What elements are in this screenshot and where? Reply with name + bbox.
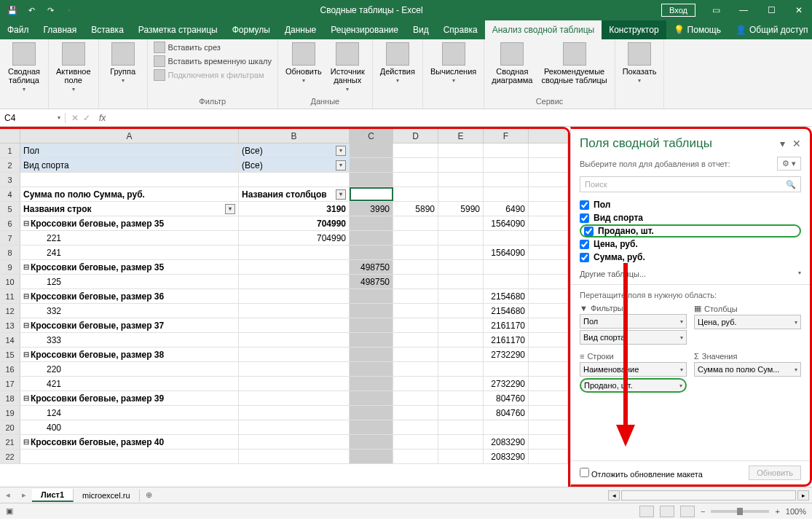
calculations-button[interactable]: Вычисления▾ — [427, 41, 479, 85]
row-header[interactable]: 1 — [0, 144, 20, 157]
filter-dropdown-icon[interactable]: ▾ — [225, 204, 235, 214]
cell[interactable] — [484, 173, 529, 187]
collapse-icon[interactable]: ⊟ — [23, 219, 29, 227]
cell[interactable] — [484, 260, 529, 274]
cell[interactable] — [438, 420, 484, 434]
field-item[interactable]: Сумма, руб. — [580, 251, 801, 264]
normal-view-icon[interactable] — [639, 506, 654, 517]
cell[interactable] — [438, 348, 484, 361]
field-checkbox[interactable] — [580, 253, 589, 262]
cell[interactable] — [438, 187, 484, 201]
select-all-corner[interactable] — [0, 129, 20, 143]
sheet-nav-prev-icon[interactable]: ◂ — [0, 490, 16, 500]
sheet-nav-next-icon[interactable]: ▸ — [16, 490, 32, 500]
cell[interactable] — [438, 362, 484, 376]
cell[interactable] — [484, 144, 529, 157]
tab-help[interactable]: Справка — [436, 20, 485, 39]
other-tables-link[interactable]: Другие таблицы...▾ — [571, 267, 810, 281]
cell[interactable] — [239, 275, 350, 288]
cell[interactable]: Вид спорта — [20, 158, 239, 172]
field-item[interactable]: Пол — [580, 198, 801, 211]
collapse-icon[interactable]: ⊟ — [23, 263, 29, 271]
cell[interactable]: 2732290 — [484, 348, 529, 361]
cell[interactable] — [239, 391, 350, 405]
cell[interactable]: 3190 — [239, 202, 350, 216]
cell[interactable] — [438, 333, 484, 347]
cell[interactable] — [350, 435, 393, 449]
cell[interactable] — [350, 304, 393, 318]
cell[interactable] — [438, 246, 484, 259]
cell[interactable]: Сумма по полю Сумма, руб. — [20, 187, 239, 201]
cell[interactable] — [529, 231, 568, 245]
col-header-A[interactable]: A — [20, 129, 239, 143]
cell[interactable] — [239, 304, 350, 318]
cell[interactable] — [350, 231, 393, 245]
row-header[interactable]: 3 — [0, 173, 20, 187]
cell[interactable] — [438, 260, 484, 274]
cell[interactable] — [239, 450, 350, 463]
cell[interactable] — [438, 275, 484, 288]
cell[interactable]: 2083290 — [484, 435, 529, 449]
cell[interactable] — [239, 435, 350, 449]
cell[interactable] — [350, 333, 393, 347]
cell[interactable]: 2154680 — [484, 289, 529, 303]
cell[interactable] — [529, 420, 568, 434]
row-header[interactable]: 7 — [0, 231, 20, 245]
cell[interactable] — [529, 362, 568, 376]
cell[interactable]: 6490 — [484, 202, 529, 216]
collapse-icon[interactable]: ⊟ — [23, 292, 29, 300]
cell[interactable] — [529, 275, 568, 288]
cell[interactable]: (Все)▾ — [239, 144, 350, 157]
filter-dropdown-icon[interactable]: ▾ — [336, 160, 346, 170]
row-header[interactable]: 19 — [0, 406, 20, 420]
tab-view[interactable]: Вид — [406, 20, 436, 39]
ribbon-options-icon[interactable]: ▭ — [703, 0, 729, 20]
cell[interactable]: (Все)▾ — [239, 158, 350, 172]
field-checkbox[interactable] — [584, 227, 594, 236]
cell[interactable]: 1564090 — [484, 246, 529, 259]
cell[interactable] — [239, 420, 350, 434]
cell[interactable]: ⊟Кроссовки беговые, размер 38 — [20, 348, 239, 361]
row-header[interactable]: 8 — [0, 246, 20, 259]
sheet-tab-active[interactable]: Лист1 — [32, 489, 74, 502]
cell[interactable] — [393, 173, 438, 187]
cell[interactable] — [393, 231, 438, 245]
field-checkbox[interactable] — [580, 240, 589, 249]
area-values[interactable]: ΣЗначения Сумма по полю Сум...▾ — [694, 350, 801, 394]
cell[interactable] — [393, 246, 438, 259]
row-header[interactable]: 6 — [0, 216, 20, 230]
row-header[interactable]: 20 — [0, 420, 20, 434]
cell[interactable] — [529, 450, 568, 463]
cell[interactable] — [350, 318, 393, 332]
cell[interactable] — [350, 362, 393, 376]
row-header[interactable]: 13 — [0, 318, 20, 332]
cell[interactable] — [350, 377, 393, 390]
cell[interactable]: 1564090 — [484, 216, 529, 230]
field-pane-close-icon[interactable]: ✕ — [792, 138, 801, 149]
collapse-icon[interactable]: ⊟ — [23, 321, 29, 329]
cell[interactable] — [529, 333, 568, 347]
redo-icon[interactable]: ↷ — [42, 2, 58, 18]
collapse-icon[interactable]: ⊟ — [23, 438, 29, 446]
refresh-button[interactable]: Обновить▾ — [283, 41, 325, 85]
cell[interactable] — [438, 289, 484, 303]
col-header-C[interactable]: C — [350, 129, 393, 143]
cell[interactable] — [484, 420, 529, 434]
zoom-out-icon[interactable]: − — [701, 507, 705, 516]
area-columns[interactable]: ▦Столбцы Цена, руб.▾ — [694, 302, 801, 346]
cell[interactable] — [20, 450, 239, 463]
zoom-slider[interactable] — [711, 510, 769, 513]
cell[interactable]: 221 — [20, 231, 239, 245]
cell[interactable] — [350, 348, 393, 361]
cell[interactable]: 498750 — [350, 260, 393, 274]
tab-design[interactable]: Конструктор — [602, 20, 666, 39]
cell[interactable] — [239, 246, 350, 259]
cell[interactable]: 241 — [20, 246, 239, 259]
cell[interactable] — [393, 362, 438, 376]
col-header-F[interactable]: F — [484, 129, 529, 143]
zoom-in-icon[interactable]: + — [775, 507, 779, 516]
row-header[interactable]: 10 — [0, 275, 20, 288]
tab-data[interactable]: Данные — [277, 20, 323, 39]
cell[interactable] — [350, 246, 393, 259]
horizontal-scroll[interactable]: ◂▸ — [158, 490, 812, 501]
